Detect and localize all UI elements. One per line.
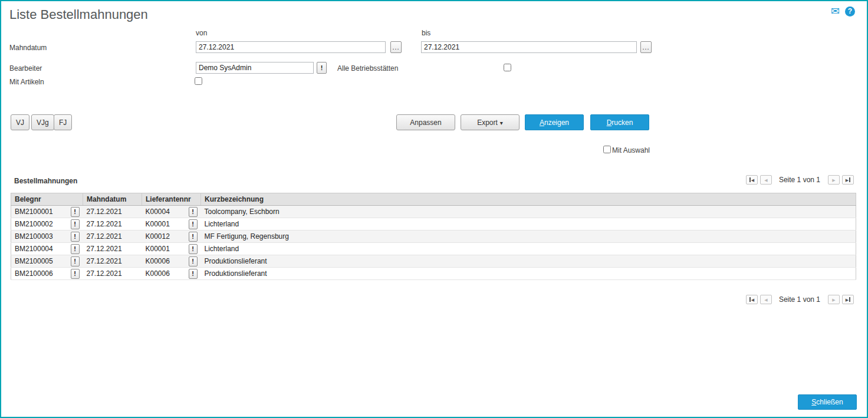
cell-lieferantennr: K00001! — [142, 218, 201, 231]
column-header-mahndatum[interactable]: Mahndatum — [83, 193, 142, 206]
pager-top: ◀ ◀ Seite 1 von 1 ▶ ▶ — [744, 175, 854, 185]
help-icon[interactable]: ? — [845, 6, 855, 17]
lieferantennr-lookup-button[interactable]: ! — [189, 219, 198, 229]
app-window: Liste Bestellmahnungen ✉ ? von bis Mahnd… — [0, 0, 868, 418]
mahndatum-von-picker-button[interactable]: ... — [390, 41, 402, 53]
last-page-icon: ▶ — [846, 298, 849, 302]
belegnr-value: BM2100001 — [15, 208, 53, 216]
mahndatum-label: Mahndatum — [9, 44, 47, 52]
vjg-button[interactable]: VJg — [31, 114, 54, 130]
prev-page-button[interactable]: ◀ — [760, 175, 772, 185]
lieferantennr-lookup-button[interactable]: ! — [189, 207, 198, 217]
page-indicator: Seite 1 von 1 — [779, 295, 820, 304]
cell-mahndatum: 27.12.2021 — [83, 268, 142, 280]
prev-page-icon: ◀ — [764, 178, 767, 182]
alle-betriebsstaetten-checkbox[interactable] — [504, 64, 511, 71]
last-page-button[interactable]: ▶ — [842, 175, 854, 185]
lieferantennr-value: K00006 — [146, 269, 170, 278]
cell-kurzbezeichnung: Lichterland — [201, 243, 856, 255]
column-header-kurzbezeichnung[interactable]: Kurzbezeichnung — [201, 193, 856, 206]
lieferantennr-value: K00006 — [146, 257, 170, 265]
mail-icon[interactable]: ✉ — [831, 6, 840, 17]
column-header-lieferantennr[interactable]: Lieferantennr — [142, 193, 201, 206]
cell-belegnr: BM2100003! — [11, 231, 83, 243]
mit-artikeln-checkbox[interactable] — [195, 77, 202, 85]
table-row[interactable]: BM2100006! 27.12.2021 K00006! Produktion… — [11, 268, 856, 280]
first-page-icon: ◀ — [751, 178, 754, 182]
cell-belegnr: BM2100001! — [11, 206, 83, 218]
mit-auswahl-checkbox[interactable] — [603, 146, 611, 153]
lieferantennr-value: K00012 — [146, 232, 170, 241]
page-indicator: Seite 1 von 1 — [779, 176, 820, 184]
lieferantennr-lookup-button[interactable]: ! — [189, 244, 198, 254]
pager-bottom: ◀ ◀ Seite 1 von 1 ▶ ▶ — [744, 295, 854, 304]
column-header-belegnr[interactable]: Belegnr — [11, 193, 83, 206]
lieferantennr-lookup-button[interactable]: ! — [189, 232, 198, 242]
table-header-row: Belegnr Mahndatum Lieferantennr Kurzbeze… — [11, 193, 856, 206]
cell-mahndatum: 27.12.2021 — [83, 243, 142, 255]
belegnr-lookup-button[interactable]: ! — [71, 232, 80, 242]
schliessen-button[interactable]: Schließen — [798, 394, 857, 410]
lieferantennr-value: K00001 — [146, 220, 170, 228]
table-row[interactable]: BM2100002! 27.12.2021 K00001! Lichterlan… — [11, 218, 856, 231]
cell-kurzbezeichnung: Produktionslieferant — [201, 255, 856, 268]
lieferantennr-lookup-button[interactable]: ! — [189, 269, 198, 279]
first-page-icon: ◀ — [751, 298, 754, 302]
bis-label: bis — [422, 29, 430, 37]
cell-kurzbezeichnung: Lichterland — [201, 218, 856, 231]
cell-mahndatum: 27.12.2021 — [83, 231, 142, 243]
belegnr-value: BM2100004 — [15, 245, 53, 253]
cell-lieferantennr: K00004! — [142, 206, 201, 218]
anpassen-button[interactable]: Anpassen — [396, 114, 455, 130]
belegnr-lookup-button[interactable]: ! — [71, 269, 80, 279]
cell-mahndatum: 27.12.2021 — [83, 255, 142, 268]
belegnr-lookup-button[interactable]: ! — [71, 219, 80, 229]
anzeigen-button[interactable]: Anzeigen — [525, 114, 584, 130]
bestellmahnungen-table: Belegnr Mahndatum Lieferantennr Kurzbeze… — [11, 193, 856, 280]
alle-betriebsstaetten-label: Alle Betriebsstätten — [337, 64, 398, 73]
last-page-button[interactable]: ▶ — [842, 295, 854, 304]
anzeigen-button-label: Anzeigen — [529, 119, 580, 127]
drucken-button-label: Drucken — [594, 119, 645, 127]
cell-lieferantennr: K00012! — [142, 231, 201, 243]
first-page-button[interactable]: ◀ — [746, 175, 758, 185]
cell-kurzbezeichnung: MF Fertigung, Regensburg — [201, 231, 856, 243]
belegnr-lookup-button[interactable]: ! — [71, 207, 80, 217]
lieferantennr-value: K00004 — [146, 208, 170, 216]
belegnr-lookup-button[interactable]: ! — [71, 256, 80, 266]
bearbeiter-input[interactable] — [196, 62, 314, 74]
caret-down-icon: ▾ — [500, 120, 503, 126]
cell-belegnr: BM2100004! — [11, 243, 83, 255]
table-section-title: Bestellmahnungen — [14, 177, 77, 185]
table-row[interactable]: BM2100005! 27.12.2021 K00006! Produktion… — [11, 255, 856, 268]
export-button[interactable]: Export▾ — [461, 114, 520, 130]
table-row[interactable]: BM2100001! 27.12.2021 K00004! Toolcompan… — [11, 206, 856, 218]
last-page-bar — [849, 297, 850, 302]
fj-button[interactable]: FJ — [54, 114, 72, 130]
table-row[interactable]: BM2100003! 27.12.2021 K00012! MF Fertigu… — [11, 231, 856, 243]
lieferantennr-lookup-button[interactable]: ! — [189, 256, 198, 266]
bearbeiter-lookup-button[interactable]: ! — [317, 62, 327, 74]
last-page-bar — [849, 177, 850, 182]
cell-mahndatum: 27.12.2021 — [83, 206, 142, 218]
prev-page-button[interactable]: ◀ — [760, 295, 772, 304]
mit-auswahl-label: Mit Auswahl — [612, 146, 650, 154]
mahndatum-bis-input[interactable] — [421, 41, 637, 53]
belegnr-lookup-button[interactable]: ! — [71, 244, 80, 254]
mahndatum-von-input[interactable] — [196, 41, 386, 53]
von-label: von — [196, 29, 207, 37]
prev-page-icon: ◀ — [764, 298, 767, 302]
cell-belegnr: BM2100006! — [11, 268, 83, 280]
cell-belegnr: BM2100002! — [11, 218, 83, 231]
cell-belegnr: BM2100005! — [11, 255, 83, 268]
cell-lieferantennr: K00006! — [142, 255, 201, 268]
first-page-button[interactable]: ◀ — [746, 295, 758, 304]
belegnr-value: BM2100005 — [15, 257, 53, 265]
next-page-button[interactable]: ▶ — [828, 295, 840, 304]
next-page-button[interactable]: ▶ — [828, 175, 840, 185]
table-row[interactable]: BM2100004! 27.12.2021 K00001! Lichterlan… — [11, 243, 856, 255]
drucken-button[interactable]: Drucken — [590, 114, 649, 130]
vj-button[interactable]: VJ — [11, 114, 29, 130]
mahndatum-bis-picker-button[interactable]: ... — [640, 41, 652, 53]
cell-lieferantennr: K00001! — [142, 243, 201, 255]
